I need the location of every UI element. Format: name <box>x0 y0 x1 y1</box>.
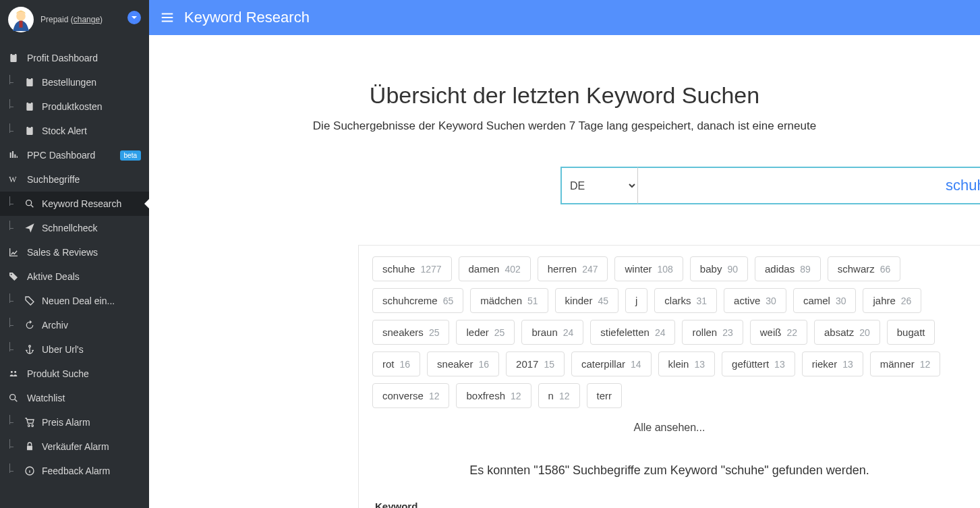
keyword-tag[interactable]: sneaker16 <box>427 351 499 376</box>
locale-select[interactable]: DE <box>560 167 637 204</box>
menu-toggle-icon[interactable] <box>160 10 175 25</box>
sidebar-item-aktive-deals[interactable]: Aktive Deals <box>0 264 149 289</box>
sidebar-item-feedback-alarm[interactable]: Feedback Alarm <box>0 459 149 483</box>
account-dropdown-toggle[interactable] <box>127 11 141 24</box>
overview-heading: Übersicht der letzten Keyword Suchen <box>169 82 960 109</box>
tag-label: baby <box>700 263 722 275</box>
sidebar-item-keyword-research[interactable]: Keyword Research <box>0 192 149 216</box>
keyword-tag[interactable]: bugatt <box>887 320 935 345</box>
tag-label: stiefeletten <box>600 327 650 338</box>
tag-label: herren <box>548 263 577 275</box>
keyword-tag[interactable]: klein13 <box>658 351 715 376</box>
keyword-tag[interactable]: terr <box>587 383 623 408</box>
keyword-tag[interactable]: absatz20 <box>814 320 880 345</box>
page-title: Keyword Research <box>184 9 310 26</box>
sidebar-item-suchbegriffe[interactable]: WSuchbegriffe <box>0 167 149 192</box>
sidebar-item-neuen-deal-ein[interactable]: Neuen Deal ein... <box>0 289 149 313</box>
sidebar-item-label: Uber Url's <box>42 344 84 355</box>
tag-count: 13 <box>694 359 705 370</box>
tree-connector-icon <box>9 128 18 134</box>
keyword-tag[interactable]: boxfresh12 <box>456 383 531 408</box>
keyword-tag[interactable]: schwarz66 <box>828 256 901 281</box>
sidebar-item-watchlist[interactable]: Watchlist <box>0 386 149 410</box>
tag-count: 24 <box>655 327 666 338</box>
keyword-tag[interactable]: gefüttert13 <box>722 351 795 376</box>
keyword-tag[interactable]: camel30 <box>793 288 857 313</box>
results-count-text: Es konnten "1586" Suchbegriffe zum Keywo… <box>372 463 967 478</box>
sidebar-item-produktkosten[interactable]: Produktkosten <box>0 94 149 119</box>
svg-point-4 <box>26 200 32 206</box>
keyword-tag[interactable]: schuhe1277 <box>372 256 452 281</box>
tag-label: absatz <box>824 327 854 338</box>
tag-count: 13 <box>774 359 785 370</box>
keyword-tag[interactable]: rot16 <box>372 351 420 376</box>
tag-count: 90 <box>727 264 738 275</box>
sidebar-item-label: PPC Dashboard <box>27 150 95 161</box>
keyword-search-input[interactable] <box>637 167 980 204</box>
tag-count: 1277 <box>420 264 441 275</box>
tag-label: klein <box>668 358 689 370</box>
keyword-tag[interactable]: converse12 <box>372 383 449 408</box>
sidebar-item-uber-url-s[interactable]: Uber Url's <box>0 337 149 362</box>
tag-label: männer <box>880 358 915 370</box>
tag-cloud: schuhe1277damen402herren247winter108baby… <box>372 256 967 408</box>
tag-count: 15 <box>544 359 554 370</box>
overview-section: Übersicht der letzten Keyword Suchen Die… <box>149 35 980 146</box>
keyword-tag[interactable]: sneakers25 <box>372 320 449 345</box>
keyword-tag[interactable]: stiefeletten24 <box>590 320 675 345</box>
keyword-tag[interactable]: rollen23 <box>682 320 743 345</box>
tag-label: gefüttert <box>732 358 769 370</box>
tag-count: 14 <box>631 359 641 370</box>
lock-icon <box>24 441 35 452</box>
keyword-tag[interactable]: damen402 <box>459 256 531 281</box>
see-all-link[interactable]: Alle ansehen... <box>372 416 967 436</box>
keyword-tag[interactable]: clarks31 <box>654 288 717 313</box>
sidebar-nav: Profit DashboardBestellungenProduktkoste… <box>0 39 149 490</box>
sidebar-item-preis-alarm[interactable]: Preis Alarm <box>0 410 149 434</box>
tag-count: 13 <box>842 359 853 370</box>
keyword-tag[interactable]: caterpillar14 <box>571 351 652 376</box>
keyword-tag[interactable]: n12 <box>538 383 580 408</box>
sidebar-item-produkt-suche[interactable]: Produkt Suche <box>0 362 149 386</box>
sidebar-item-bestellungen[interactable]: Bestellungen <box>0 70 149 94</box>
keyword-tag[interactable]: rieker13 <box>802 351 863 376</box>
tag-count: 65 <box>443 295 454 306</box>
keyword-tag[interactable]: baby90 <box>690 256 748 281</box>
svg-rect-2 <box>19 21 22 28</box>
sidebar-item-archiv[interactable]: Archiv <box>0 313 149 337</box>
sidebar-item-profit-dashboard[interactable]: Profit Dashboard <box>0 46 149 70</box>
svg-text:W: W <box>9 175 17 184</box>
bars-icon <box>8 150 19 161</box>
keyword-tag[interactable]: braun24 <box>521 320 583 345</box>
tag-label: adidas <box>765 263 795 275</box>
sidebar-item-stock-alert[interactable]: Stock Alert <box>0 119 149 143</box>
sidebar-item-sales-reviews[interactable]: Sales & Reviews <box>0 240 149 264</box>
tag-label: schuhe <box>382 263 415 275</box>
table-header-keyword: Keyword <box>372 494 967 508</box>
keyword-tag[interactable]: mädchen51 <box>470 288 548 313</box>
keyword-tag[interactable]: herren247 <box>538 256 608 281</box>
sidebar-item-ppc-dashboard[interactable]: PPC Dashboardbeta <box>0 143 149 167</box>
tag-count: 66 <box>880 264 891 275</box>
keyword-tag[interactable]: active30 <box>724 288 786 313</box>
keyword-tag[interactable]: kinder45 <box>555 288 618 313</box>
keyword-tag[interactable]: schuhcreme65 <box>372 288 463 313</box>
keyword-tag[interactable]: winter108 <box>614 256 683 281</box>
keyword-tag[interactable]: j <box>625 288 647 313</box>
sidebar-item-schnellcheck[interactable]: Schnellcheck <box>0 216 149 240</box>
keyword-tag[interactable]: weiß22 <box>750 320 807 345</box>
sidebar: Prepaid (change) Profit DashboardBestell… <box>0 0 149 508</box>
keyword-tag[interactable]: adidas89 <box>755 256 821 281</box>
tag-count: 89 <box>800 264 811 275</box>
sidebar-item-verk-ufer-alarm[interactable]: Verkäufer Alarm <box>0 434 149 459</box>
sidebar-item-label: Stock Alert <box>42 125 87 136</box>
tree-connector-icon <box>9 468 18 474</box>
sidebar-item-label: Profit Dashboard <box>27 53 98 63</box>
keyword-tag[interactable]: 201715 <box>506 351 565 376</box>
change-link[interactable]: change <box>74 15 100 24</box>
badge: beta <box>120 150 141 161</box>
keyword-tag[interactable]: leder25 <box>456 320 515 345</box>
tag-label: boxfresh <box>466 390 505 401</box>
keyword-tag[interactable]: männer12 <box>870 351 940 376</box>
keyword-tag[interactable]: jahre26 <box>863 288 921 313</box>
